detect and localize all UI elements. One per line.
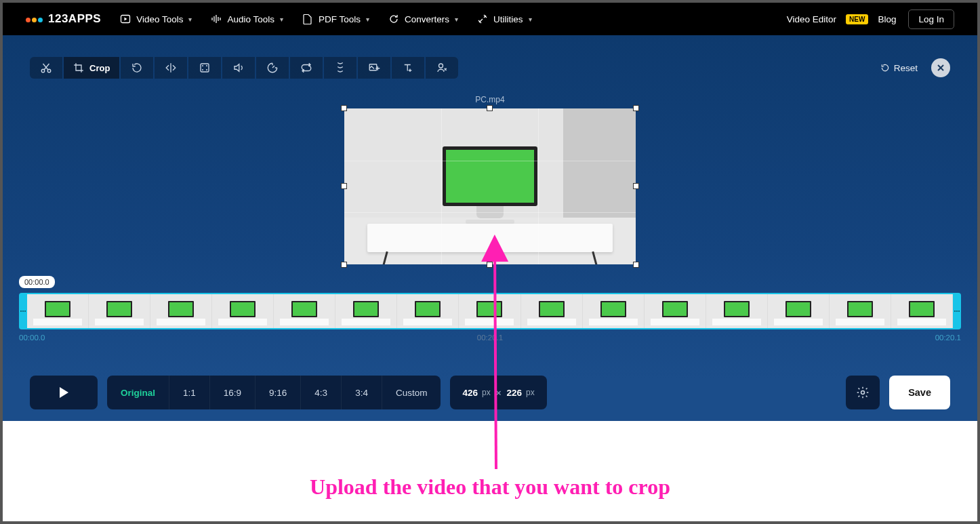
timeline-times: 00:00.0 00:20.1 00:20.1 (19, 334, 961, 342)
timeline-mid: 00:20.1 (477, 334, 503, 342)
close-icon (937, 64, 945, 72)
ratio-custom[interactable]: Custom (382, 376, 441, 409)
chevron-down-icon: ▾ (455, 16, 458, 23)
rotate-tool[interactable] (121, 57, 153, 79)
svg-point-12 (207, 70, 207, 70)
timeline-thumb[interactable] (397, 294, 459, 328)
play-box-icon (120, 14, 131, 24)
svg-point-11 (207, 66, 207, 66)
timeline-thumb[interactable] (274, 294, 335, 328)
timeline-handle-left[interactable] (19, 293, 27, 329)
refresh-icon (388, 14, 399, 24)
ratio-16-9[interactable]: 16:9 (209, 376, 255, 409)
logo[interactable]: 123APPS (26, 12, 101, 26)
crop-handle-mr[interactable] (633, 183, 639, 189)
timeline-thumb[interactable] (89, 294, 150, 328)
save-button[interactable]: Save (889, 376, 950, 409)
crop-handle-bl[interactable] (341, 262, 347, 268)
file-name: PC.mp4 (475, 95, 504, 104)
play-button[interactable] (30, 376, 98, 409)
file-icon (302, 14, 313, 24)
dim-height: 226 (507, 388, 523, 398)
svg-point-9 (203, 66, 203, 66)
nav-video-editor[interactable]: Video Editor NEW (787, 14, 869, 24)
ratio-4-3[interactable]: 4:3 (300, 376, 341, 409)
reset-button[interactable]: Reset (880, 63, 918, 73)
stabilize-tool[interactable] (324, 57, 356, 79)
dim-width: 426 (462, 388, 478, 398)
undo-icon (880, 63, 890, 73)
timeline-handle-right[interactable] (953, 293, 961, 329)
timeline-thumb[interactable] (150, 294, 212, 328)
timeline-thumb[interactable] (891, 294, 953, 328)
top-nav: 123APPS Video Tools ▾ Audio Tools ▾ PDF … (3, 3, 977, 35)
ratio-9-16[interactable]: 9:16 (255, 376, 300, 409)
dimensions-display[interactable]: 426 px × 226 px (450, 376, 546, 409)
nav-utilities[interactable]: Utilities ▾ (477, 14, 532, 24)
crop-handle-ml[interactable] (341, 183, 347, 189)
chevron-down-icon: ▾ (366, 16, 369, 23)
timeline-thumb[interactable] (521, 294, 583, 328)
resize-tool[interactable] (188, 57, 221, 79)
gear-icon (856, 386, 870, 399)
timeline-thumb[interactable] (459, 294, 520, 328)
svg-point-10 (203, 70, 203, 70)
chevron-down-icon: ▾ (188, 16, 192, 23)
nav-converters[interactable]: Converters ▾ (388, 14, 458, 24)
timeline-end: 00:20.1 (935, 334, 961, 342)
crop-handle-bm[interactable] (487, 262, 493, 268)
tool-toolbar: Crop (30, 57, 458, 79)
new-badge: NEW (846, 14, 868, 24)
remove-logo-tool[interactable] (426, 57, 458, 79)
login-button[interactable]: Log In (908, 9, 954, 29)
svg-point-14 (439, 64, 443, 68)
aspect-ratio-group: Original 1:1 16:9 9:16 4:3 3:4 Custom (107, 376, 441, 409)
crop-handle-br[interactable] (633, 262, 639, 268)
text-tool[interactable] (392, 57, 424, 79)
crop-label: Crop (89, 63, 110, 73)
crop-tool[interactable]: Crop (64, 57, 119, 79)
timeline-thumb[interactable] (212, 294, 274, 328)
tools-icon (477, 14, 488, 24)
nav-blog[interactable]: Blog (878, 14, 896, 24)
ratio-1-1[interactable]: 1:1 (169, 376, 209, 409)
timeline-thumb[interactable] (27, 294, 89, 328)
svg-rect-8 (201, 64, 209, 72)
timeline[interactable] (19, 293, 961, 329)
video-preview[interactable] (344, 108, 636, 264)
timeline-thumb[interactable] (768, 294, 830, 328)
ratio-3-4[interactable]: 3:4 (341, 376, 382, 409)
nav-audio-tools[interactable]: Audio Tools ▾ (211, 14, 283, 24)
timeline-thumb[interactable] (335, 294, 397, 328)
annotation-text: Upload the video that you want to crop (3, 475, 977, 500)
logo-dots-icon (26, 12, 44, 26)
timeline-thumb[interactable] (706, 294, 768, 328)
cut-tool[interactable] (30, 57, 62, 79)
timeline-marker: 00:00.0 (19, 276, 55, 288)
settings-button[interactable] (846, 376, 880, 409)
image-tool[interactable] (358, 57, 390, 79)
nav-pdf-tools[interactable]: PDF Tools ▾ (302, 14, 369, 24)
editor-area: Crop Reset PC.mp4 (3, 35, 977, 426)
loop-tool[interactable] (290, 57, 323, 79)
close-button[interactable] (931, 58, 950, 77)
timeline-thumb[interactable] (830, 294, 891, 328)
play-icon (58, 386, 69, 399)
times-icon: × (496, 388, 502, 398)
svg-point-15 (861, 391, 865, 395)
timeline-thumb[interactable] (583, 294, 645, 328)
speed-tool[interactable] (256, 57, 289, 79)
nav-video-tools[interactable]: Video Tools ▾ (120, 14, 192, 24)
crop-handle-tl[interactable] (341, 105, 347, 111)
volume-tool[interactable] (222, 57, 255, 79)
crop-handle-tm[interactable] (487, 105, 493, 111)
timeline-start: 00:00.0 (19, 334, 45, 342)
controls-bar: Original 1:1 16:9 9:16 4:3 3:4 Custom 42… (30, 376, 950, 409)
timeline-thumb[interactable] (645, 294, 706, 328)
crop-handle-tr[interactable] (633, 105, 639, 111)
timeline-thumbs[interactable] (27, 293, 953, 329)
flip-tool[interactable] (155, 57, 187, 79)
ratio-original[interactable]: Original (107, 376, 169, 409)
waveform-icon (211, 14, 222, 24)
crop-overlay[interactable] (344, 108, 636, 264)
